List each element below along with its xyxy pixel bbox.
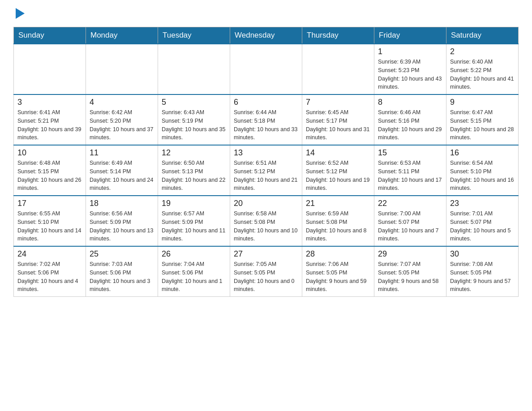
calendar-cell: 20Sunrise: 6:58 AM Sunset: 5:08 PM Dayli… bbox=[230, 196, 302, 246]
logo-blue-text bbox=[13, 9, 26, 18]
calendar-cell: 23Sunrise: 7:01 AM Sunset: 5:07 PM Dayli… bbox=[446, 196, 519, 246]
day-info: Sunrise: 7:02 AM Sunset: 5:06 PM Dayligh… bbox=[17, 260, 82, 294]
calendar-cell: 12Sunrise: 6:50 AM Sunset: 5:13 PM Dayli… bbox=[158, 145, 230, 196]
day-info: Sunrise: 7:08 AM Sunset: 5:05 PM Dayligh… bbox=[450, 260, 515, 294]
calendar-cell: 15Sunrise: 6:53 AM Sunset: 5:11 PM Dayli… bbox=[374, 145, 446, 196]
day-info: Sunrise: 6:44 AM Sunset: 5:18 PM Dayligh… bbox=[234, 108, 298, 142]
day-number: 2 bbox=[450, 47, 515, 56]
day-number: 8 bbox=[378, 98, 442, 107]
calendar-week-row: 17Sunrise: 6:55 AM Sunset: 5:10 PM Dayli… bbox=[14, 196, 519, 246]
day-number: 29 bbox=[378, 249, 442, 259]
day-number: 30 bbox=[450, 249, 515, 259]
calendar-week-row: 3Sunrise: 6:41 AM Sunset: 5:21 PM Daylig… bbox=[14, 94, 519, 145]
day-info: Sunrise: 6:53 AM Sunset: 5:11 PM Dayligh… bbox=[378, 159, 442, 193]
day-info: Sunrise: 7:07 AM Sunset: 5:05 PM Dayligh… bbox=[378, 260, 442, 294]
day-number: 22 bbox=[378, 199, 442, 208]
day-info: Sunrise: 6:55 AM Sunset: 5:10 PM Dayligh… bbox=[17, 210, 82, 243]
calendar-cell: 24Sunrise: 7:02 AM Sunset: 5:06 PM Dayli… bbox=[14, 246, 86, 297]
calendar-cell: 9Sunrise: 6:47 AM Sunset: 5:15 PM Daylig… bbox=[446, 94, 519, 145]
day-info: Sunrise: 6:40 AM Sunset: 5:22 PM Dayligh… bbox=[450, 58, 515, 91]
calendar-cell: 10Sunrise: 6:48 AM Sunset: 5:15 PM Dayli… bbox=[14, 145, 86, 196]
weekday-header-friday: Friday bbox=[374, 27, 446, 44]
page-header bbox=[13, 9, 519, 18]
day-number: 7 bbox=[306, 98, 370, 107]
calendar-cell: 30Sunrise: 7:08 AM Sunset: 5:05 PM Dayli… bbox=[446, 246, 519, 297]
day-info: Sunrise: 6:51 AM Sunset: 5:12 PM Dayligh… bbox=[234, 159, 298, 193]
day-number: 10 bbox=[17, 148, 82, 158]
calendar-cell: 26Sunrise: 7:04 AM Sunset: 5:06 PM Dayli… bbox=[158, 246, 230, 297]
calendar-cell: 8Sunrise: 6:46 AM Sunset: 5:16 PM Daylig… bbox=[374, 94, 446, 145]
calendar-cell: 25Sunrise: 7:03 AM Sunset: 5:06 PM Dayli… bbox=[86, 246, 158, 297]
calendar-cell bbox=[230, 44, 302, 94]
day-info: Sunrise: 7:03 AM Sunset: 5:06 PM Dayligh… bbox=[90, 260, 154, 294]
day-number: 6 bbox=[234, 98, 298, 107]
day-info: Sunrise: 6:46 AM Sunset: 5:16 PM Dayligh… bbox=[378, 108, 442, 142]
day-info: Sunrise: 7:04 AM Sunset: 5:06 PM Dayligh… bbox=[162, 260, 226, 294]
day-number: 3 bbox=[17, 98, 82, 107]
calendar-cell bbox=[302, 44, 374, 94]
calendar-cell: 4Sunrise: 6:42 AM Sunset: 5:20 PM Daylig… bbox=[86, 94, 158, 145]
day-number: 23 bbox=[450, 199, 515, 208]
day-info: Sunrise: 6:42 AM Sunset: 5:20 PM Dayligh… bbox=[90, 108, 154, 142]
weekday-header-wednesday: Wednesday bbox=[230, 27, 302, 44]
day-number: 28 bbox=[306, 249, 370, 259]
day-info: Sunrise: 7:05 AM Sunset: 5:05 PM Dayligh… bbox=[234, 260, 298, 294]
day-number: 1 bbox=[378, 47, 442, 56]
calendar-cell: 14Sunrise: 6:52 AM Sunset: 5:12 PM Dayli… bbox=[302, 145, 374, 196]
weekday-header-row: SundayMondayTuesdayWednesdayThursdayFrid… bbox=[14, 27, 519, 44]
weekday-header-saturday: Saturday bbox=[446, 27, 519, 44]
calendar-cell: 13Sunrise: 6:51 AM Sunset: 5:12 PM Dayli… bbox=[230, 145, 302, 196]
day-info: Sunrise: 6:49 AM Sunset: 5:14 PM Dayligh… bbox=[90, 159, 154, 193]
calendar-cell bbox=[14, 44, 86, 94]
calendar-week-row: 1Sunrise: 6:39 AM Sunset: 5:23 PM Daylig… bbox=[14, 44, 519, 94]
day-info: Sunrise: 7:00 AM Sunset: 5:07 PM Dayligh… bbox=[378, 210, 442, 243]
day-number: 9 bbox=[450, 98, 515, 107]
day-number: 13 bbox=[234, 148, 298, 158]
day-number: 15 bbox=[378, 148, 442, 158]
calendar-table: SundayMondayTuesdayWednesdayThursdayFrid… bbox=[13, 27, 519, 297]
calendar-cell: 28Sunrise: 7:06 AM Sunset: 5:05 PM Dayli… bbox=[302, 246, 374, 297]
calendar-cell: 7Sunrise: 6:45 AM Sunset: 5:17 PM Daylig… bbox=[302, 94, 374, 145]
day-info: Sunrise: 6:59 AM Sunset: 5:08 PM Dayligh… bbox=[306, 210, 370, 243]
day-info: Sunrise: 7:01 AM Sunset: 5:07 PM Dayligh… bbox=[450, 210, 515, 243]
calendar-cell: 5Sunrise: 6:43 AM Sunset: 5:19 PM Daylig… bbox=[158, 94, 230, 145]
day-number: 4 bbox=[90, 98, 154, 107]
day-info: Sunrise: 6:45 AM Sunset: 5:17 PM Dayligh… bbox=[306, 108, 370, 142]
weekday-header-thursday: Thursday bbox=[302, 27, 374, 44]
day-info: Sunrise: 6:54 AM Sunset: 5:10 PM Dayligh… bbox=[450, 159, 515, 193]
day-number: 18 bbox=[90, 199, 154, 208]
day-number: 21 bbox=[306, 199, 370, 208]
day-number: 14 bbox=[306, 148, 370, 158]
calendar-cell: 1Sunrise: 6:39 AM Sunset: 5:23 PM Daylig… bbox=[374, 44, 446, 94]
calendar-week-row: 24Sunrise: 7:02 AM Sunset: 5:06 PM Dayli… bbox=[14, 246, 519, 297]
day-info: Sunrise: 6:48 AM Sunset: 5:15 PM Dayligh… bbox=[17, 159, 82, 193]
day-info: Sunrise: 6:47 AM Sunset: 5:15 PM Dayligh… bbox=[450, 108, 515, 142]
calendar-cell: 19Sunrise: 6:57 AM Sunset: 5:09 PM Dayli… bbox=[158, 196, 230, 246]
day-info: Sunrise: 6:56 AM Sunset: 5:09 PM Dayligh… bbox=[90, 210, 154, 243]
day-number: 19 bbox=[162, 199, 226, 208]
day-number: 25 bbox=[90, 249, 154, 259]
calendar-cell bbox=[86, 44, 158, 94]
calendar-cell: 6Sunrise: 6:44 AM Sunset: 5:18 PM Daylig… bbox=[230, 94, 302, 145]
day-info: Sunrise: 6:41 AM Sunset: 5:21 PM Dayligh… bbox=[17, 108, 82, 142]
day-number: 11 bbox=[90, 148, 154, 158]
calendar-cell: 22Sunrise: 7:00 AM Sunset: 5:07 PM Dayli… bbox=[374, 196, 446, 246]
calendar-cell: 18Sunrise: 6:56 AM Sunset: 5:09 PM Dayli… bbox=[86, 196, 158, 246]
day-number: 16 bbox=[450, 148, 515, 158]
calendar-cell: 2Sunrise: 6:40 AM Sunset: 5:22 PM Daylig… bbox=[446, 44, 519, 94]
day-number: 20 bbox=[234, 199, 298, 208]
weekday-header-monday: Monday bbox=[86, 27, 158, 44]
day-number: 17 bbox=[17, 199, 82, 208]
logo-triangle-icon bbox=[16, 8, 25, 19]
day-info: Sunrise: 6:58 AM Sunset: 5:08 PM Dayligh… bbox=[234, 210, 298, 243]
calendar-cell: 11Sunrise: 6:49 AM Sunset: 5:14 PM Dayli… bbox=[86, 145, 158, 196]
day-info: Sunrise: 6:43 AM Sunset: 5:19 PM Dayligh… bbox=[162, 108, 226, 142]
day-info: Sunrise: 6:57 AM Sunset: 5:09 PM Dayligh… bbox=[162, 210, 226, 243]
day-info: Sunrise: 6:52 AM Sunset: 5:12 PM Dayligh… bbox=[306, 159, 370, 193]
day-info: Sunrise: 6:39 AM Sunset: 5:23 PM Dayligh… bbox=[378, 58, 442, 91]
calendar-week-row: 10Sunrise: 6:48 AM Sunset: 5:15 PM Dayli… bbox=[14, 145, 519, 196]
calendar-cell: 16Sunrise: 6:54 AM Sunset: 5:10 PM Dayli… bbox=[446, 145, 519, 196]
weekday-header-tuesday: Tuesday bbox=[158, 27, 230, 44]
calendar-cell: 27Sunrise: 7:05 AM Sunset: 5:05 PM Dayli… bbox=[230, 246, 302, 297]
day-info: Sunrise: 6:50 AM Sunset: 5:13 PM Dayligh… bbox=[162, 159, 226, 193]
